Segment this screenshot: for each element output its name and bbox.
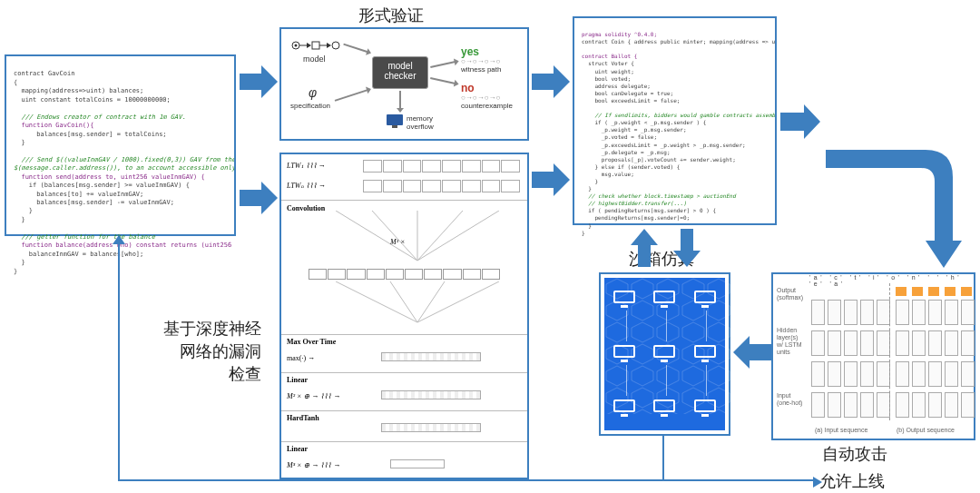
spec-label: specification bbox=[290, 102, 330, 110]
nn-cells-1 bbox=[363, 160, 520, 173]
lstm-hidden: Hidden bbox=[777, 327, 797, 333]
arrow-nn-to-code bbox=[532, 163, 570, 200]
flow-h2 bbox=[662, 479, 815, 481]
svg-line-17 bbox=[417, 281, 445, 322]
witness-label: witness path bbox=[461, 65, 501, 74]
no-path: ○→○→○→○ bbox=[461, 94, 500, 102]
title-dnn-1: 基于深度神经 bbox=[143, 318, 261, 340]
nn-m2: M² × ⊕ → ⌇⌇⌇ → bbox=[287, 392, 340, 400]
overflow-label: overflow bbox=[407, 123, 434, 131]
svg-marker-6 bbox=[327, 43, 331, 48]
lstm-panel: Output (softmax) Hidden layer(s) w/ LSTM… bbox=[771, 272, 975, 440]
arrow-mc-to-code bbox=[532, 65, 570, 102]
svg-line-15 bbox=[336, 281, 417, 322]
sb-row-3 bbox=[604, 398, 725, 418]
nn-ltn: LTWₙ ⌇⌇⌇ → bbox=[287, 182, 326, 190]
svg-marker-26 bbox=[733, 336, 771, 369]
lstm-units: units bbox=[777, 349, 790, 355]
svg-marker-23 bbox=[532, 65, 570, 98]
svg-marker-24 bbox=[532, 163, 570, 196]
nn-bar-2 bbox=[381, 390, 481, 399]
arrow-sb-up-1 bbox=[631, 229, 658, 271]
counterexample-label: counterexample bbox=[461, 102, 513, 110]
model-checker-block: model checker bbox=[372, 56, 428, 89]
lstm-input: Input bbox=[777, 392, 791, 399]
svg-marker-27 bbox=[631, 229, 658, 267]
annotated-code-panel: pragma solidity ^0.4.0; contract Coin { … bbox=[573, 16, 777, 225]
annotated-code-text: pragma solidity ^0.4.0; contract Coin { … bbox=[574, 18, 775, 242]
mc-arrow-5 bbox=[399, 91, 401, 109]
lstm-seq: 'a' 'c' 't' 'i' 'o' 'n' ' ' 'h' 'e' 'a' bbox=[809, 274, 970, 287]
model-label: model bbox=[303, 54, 326, 64]
sb-row-2 bbox=[604, 343, 725, 363]
svg-line-11 bbox=[372, 211, 417, 261]
memory-label: memory bbox=[407, 114, 433, 123]
memory-icon bbox=[385, 113, 405, 133]
nn-lin2: Linear bbox=[287, 445, 308, 453]
arrow-path-down bbox=[826, 141, 962, 271]
svg-marker-25 bbox=[780, 104, 820, 139]
lstm-wlstm: w/ LSTM bbox=[777, 341, 802, 348]
svg-line-10 bbox=[336, 211, 417, 261]
svg-line-13 bbox=[417, 211, 463, 261]
nn-fanin bbox=[336, 211, 499, 265]
nn-panel: LTW₁ ⌇⌇⌇ → LTWₙ ⌇⌇⌇ → Convolution M¹ × M… bbox=[279, 153, 529, 479]
nn-htanh: HardTanh bbox=[287, 414, 319, 422]
svg-marker-22 bbox=[240, 182, 278, 214]
nn-cells-2 bbox=[363, 180, 520, 192]
lstm-onehot: (one-hot) bbox=[777, 399, 802, 406]
sandbox-bg bbox=[604, 278, 725, 430]
nn-m1: M¹ × bbox=[390, 238, 405, 246]
nn-bar-3 bbox=[381, 423, 481, 432]
phi-symbol: φ bbox=[309, 85, 317, 100]
flow-v2 bbox=[118, 236, 120, 481]
title-allow-online: 允许上线 bbox=[819, 470, 885, 492]
title-auto-attack: 自动攻击 bbox=[822, 443, 887, 465]
lstm-output: Output bbox=[777, 287, 796, 293]
svg-marker-30 bbox=[813, 477, 822, 488]
mc-arrow-4 bbox=[430, 77, 456, 84]
svg-marker-3 bbox=[307, 43, 311, 48]
svg-rect-4 bbox=[312, 42, 319, 49]
nn-fanout bbox=[336, 281, 499, 327]
svg-marker-21 bbox=[240, 65, 278, 98]
source-code-panel: contract GavCoin { mapping(address=>uint… bbox=[5, 54, 236, 236]
svg-line-14 bbox=[417, 211, 499, 261]
nn-bar-4 bbox=[390, 459, 445, 468]
sb-row-1 bbox=[604, 289, 725, 309]
nn-max: max(·) → bbox=[287, 354, 315, 362]
flow-v1 bbox=[662, 436, 664, 481]
lstm-divider bbox=[889, 283, 890, 420]
arrow-code-to-nn bbox=[240, 182, 278, 218]
no-label: no bbox=[461, 82, 475, 94]
yes-label: yes bbox=[461, 45, 479, 58]
arrow-code-to-path bbox=[780, 104, 820, 143]
flow-arrowhead-2 bbox=[813, 475, 822, 491]
svg-rect-9 bbox=[392, 125, 397, 128]
arrow-lstm-to-sandbox bbox=[733, 336, 771, 372]
model-checker-panel: model φ specification model checker yes … bbox=[279, 27, 529, 141]
lstm-oseq: (b) Output sequence bbox=[897, 427, 955, 433]
title-dnn-3: 检查 bbox=[143, 363, 261, 385]
svg-rect-8 bbox=[387, 114, 403, 125]
svg-line-18 bbox=[417, 281, 499, 322]
svg-point-7 bbox=[332, 42, 339, 49]
nn-lin1: Linear bbox=[287, 376, 308, 384]
nn-cells-3 bbox=[309, 269, 500, 280]
title-dnn-2: 网络的漏洞 bbox=[143, 340, 261, 362]
model-icon bbox=[290, 38, 345, 56]
svg-marker-29 bbox=[113, 235, 125, 244]
arrow-code-to-mc bbox=[240, 65, 278, 102]
lstm-softmax: (softmax) bbox=[777, 294, 803, 301]
mc-arrow-1 bbox=[343, 44, 368, 53]
nn-maxot: Max Over Time bbox=[287, 338, 336, 346]
svg-point-1 bbox=[295, 44, 298, 47]
title-formal-verification: 形式验证 bbox=[358, 5, 424, 26]
flow-arrowhead bbox=[113, 232, 125, 248]
arrow-sb-up-2 bbox=[673, 229, 701, 271]
flow-h1 bbox=[118, 479, 664, 481]
mc-arrow-3 bbox=[430, 61, 456, 67]
lstm-iseq: (a) Input sequence bbox=[815, 427, 867, 433]
nn-bar-1 bbox=[381, 352, 481, 361]
svg-line-16 bbox=[390, 281, 417, 322]
